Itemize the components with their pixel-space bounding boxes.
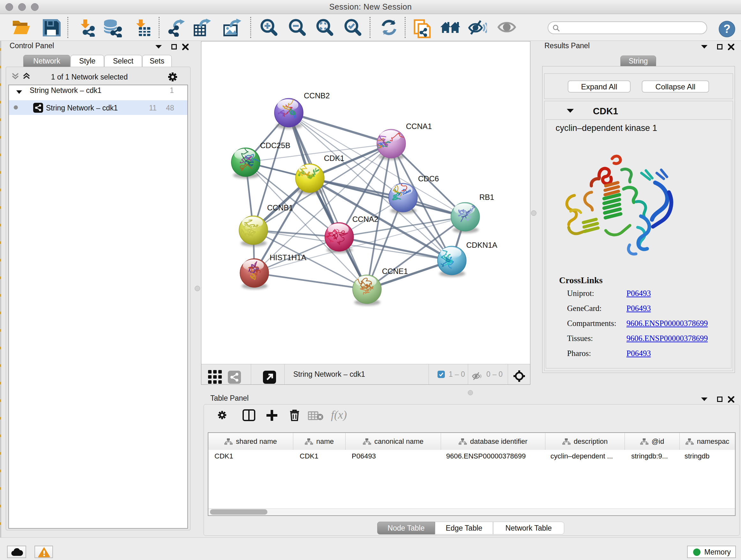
svg-text:CDC25B: CDC25B [260, 141, 290, 150]
svg-text:CDK1: CDK1 [324, 154, 344, 163]
svg-text:?: ? [724, 22, 731, 36]
svg-text:CDC6: CDC6 [418, 174, 439, 183]
svg-text:CCNA1: CCNA1 [406, 122, 432, 131]
svg-text:HIST1H1A: HIST1H1A [270, 253, 307, 262]
svg-text:CDKN1A: CDKN1A [466, 241, 497, 249]
svg-text:RB1: RB1 [479, 193, 494, 201]
svg-text:CCNA2: CCNA2 [352, 215, 378, 224]
svg-text:CCNB2: CCNB2 [304, 91, 330, 100]
svg-text:CCNE1: CCNE1 [382, 267, 408, 275]
svg-text:CCNB1: CCNB1 [267, 203, 293, 212]
